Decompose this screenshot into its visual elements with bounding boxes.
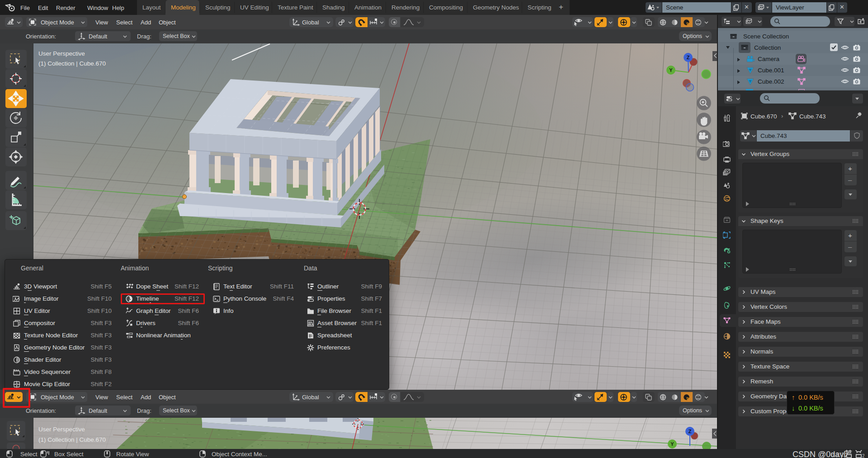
svg-text:Y: Y	[669, 67, 673, 73]
svg-text:Z: Z	[689, 429, 692, 434]
svg-text:Y: Y	[670, 441, 674, 447]
svg-text:Z: Z	[687, 55, 690, 60]
